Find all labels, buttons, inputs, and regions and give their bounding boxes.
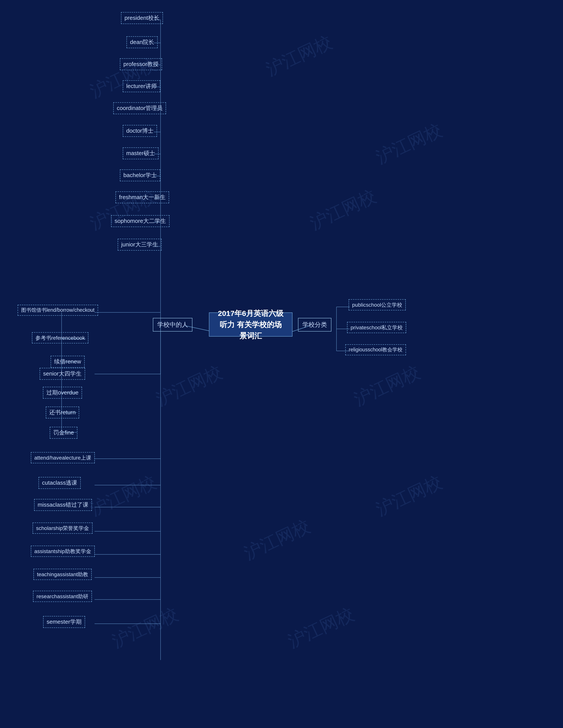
- node-teachingassistant: teachingassistant助教: [33, 569, 92, 580]
- node-dean: dean院长: [127, 36, 158, 48]
- node-missclass: missaclass错过了课: [34, 499, 92, 511]
- node-researchassistant: researchassistant助研: [33, 591, 92, 602]
- node-lecturer: lecturer讲师: [123, 80, 160, 92]
- watermark: 沪江网校: [306, 184, 380, 235]
- node-overdue: 过期overdue: [43, 387, 82, 399]
- watermark: 沪江网校: [350, 360, 424, 411]
- node-publicschool: publicschool公立学校: [348, 299, 406, 310]
- mind-map: 沪江网校 沪江网校 沪江网校 沪江网校 沪江网校 沪江网校 沪江网校 沪江网校 …: [0, 0, 563, 728]
- node-junior: junior大三学生: [118, 239, 162, 251]
- watermark: 沪江网校: [284, 602, 358, 653]
- watermark: 沪江网校: [152, 360, 226, 411]
- node-attend: attend/havealecture上课: [31, 452, 95, 463]
- node-professor: professor教授: [120, 58, 162, 70]
- branch-category: 学校分类: [298, 318, 331, 332]
- watermark: 沪江网校: [372, 470, 446, 521]
- node-library: 图书馆借书lend/borrow/checkout: [18, 305, 98, 316]
- node-reference: 参考书referencebook: [32, 332, 88, 343]
- watermark: 沪江网校: [86, 470, 160, 521]
- node-senior: senior大四学生: [40, 368, 85, 380]
- node-scholarship: scholarship荣誉奖学金: [33, 523, 93, 534]
- watermark: 沪江网校: [262, 30, 336, 81]
- node-privateschool: privateschool私立学校: [347, 322, 406, 333]
- branch-people: 学校中的人: [153, 318, 193, 332]
- watermark: 沪江网校: [372, 118, 446, 169]
- node-freshman: freshman大一新生: [116, 191, 169, 203]
- node-cutclass: cutaclass逃课: [39, 477, 81, 489]
- node-fine: 罚金fine: [50, 427, 77, 439]
- center-node: 2017年6月英语六级听力 有关学校的场景词汇: [209, 312, 292, 337]
- node-renew: 续借renew: [51, 356, 85, 368]
- node-religiousschool: religiousschool教会学校: [345, 344, 406, 355]
- watermark: 沪江网校: [240, 514, 314, 565]
- node-sophomore: sophomore大二学生: [111, 215, 170, 227]
- watermark: 沪江网校: [108, 602, 182, 653]
- node-doctor: doctor博士: [123, 125, 157, 137]
- node-bachelor: bachelor学士: [120, 169, 160, 181]
- node-assistantship: assistantship助教奖学金: [31, 546, 95, 557]
- node-semester: semester学期: [43, 616, 85, 628]
- node-coordinator: coordinator管理员: [113, 102, 166, 114]
- node-return: 还书return: [46, 407, 79, 418]
- node-master: master硕士: [123, 147, 159, 159]
- node-president: president校长: [121, 12, 163, 24]
